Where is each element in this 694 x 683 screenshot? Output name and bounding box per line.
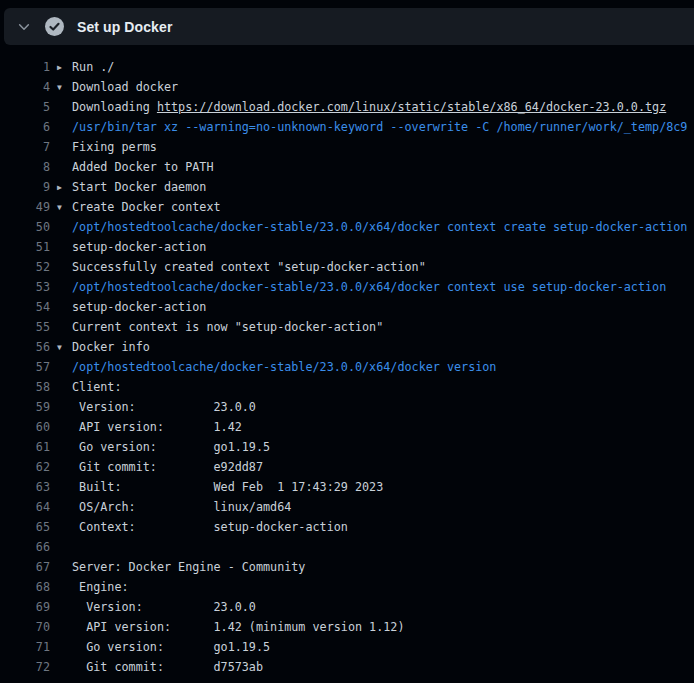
- log-row: 5Downloading https://download.docker.com…: [0, 97, 694, 117]
- line-number[interactable]: 1: [0, 57, 50, 77]
- chevron-down-icon[interactable]: ▼: [57, 78, 62, 97]
- log-row: 53/opt/hostedtoolcache/docker-stable/23.…: [0, 277, 694, 297]
- log-text: Successfully created context "setup-dock…: [72, 257, 426, 277]
- gutter: [50, 537, 72, 557]
- line-number[interactable]: 71: [0, 637, 50, 657]
- line-number[interactable]: 54: [0, 297, 50, 317]
- log-group-toggle[interactable]: 49▼Create Docker context: [0, 197, 694, 217]
- gutter: ▶: [50, 177, 72, 197]
- log-group-toggle[interactable]: 56▼Docker info: [0, 337, 694, 357]
- gutter: [50, 557, 72, 577]
- step-header[interactable]: Set up Docker: [4, 8, 694, 45]
- log-row: 60 API version: 1.42: [0, 417, 694, 437]
- log-row: 50/opt/hostedtoolcache/docker-stable/23.…: [0, 217, 694, 237]
- gutter: [50, 597, 72, 617]
- gutter: ▼: [50, 197, 72, 217]
- line-number[interactable]: 52: [0, 257, 50, 277]
- log-command: /usr/bin/tar xz --warning=no-unknown-key…: [72, 117, 687, 137]
- log-row: 61 Go version: go1.19.5: [0, 437, 694, 457]
- group-label: Start Docker daemon: [72, 177, 206, 197]
- log-group-toggle[interactable]: 4▼Download docker: [0, 77, 694, 97]
- line-number[interactable]: 49: [0, 197, 50, 217]
- log-row: 8Added Docker to PATH: [0, 157, 694, 177]
- log-text: Git commit: e92dd87: [72, 457, 263, 477]
- step-header-wrap: Set up Docker: [0, 0, 694, 45]
- line-number[interactable]: 56: [0, 337, 50, 357]
- gutter: [50, 497, 72, 517]
- line-number[interactable]: 9: [0, 177, 50, 197]
- line-number[interactable]: 61: [0, 437, 50, 457]
- line-number[interactable]: 4: [0, 77, 50, 97]
- group-label: Docker info: [72, 337, 150, 357]
- line-number[interactable]: 68: [0, 577, 50, 597]
- log-text: API version: 1.42 (minimum version 1.12): [72, 617, 404, 637]
- gutter: [50, 457, 72, 477]
- gutter: [50, 617, 72, 637]
- log-container: 1▶Run ./4▼Download docker5Downloading ht…: [0, 45, 694, 677]
- log-row: 54setup-docker-action: [0, 297, 694, 317]
- gutter: [50, 357, 72, 377]
- line-number[interactable]: 72: [0, 657, 50, 677]
- chevron-right-icon[interactable]: ▶: [57, 178, 62, 197]
- chevron-down-icon[interactable]: ▼: [57, 198, 62, 217]
- log-row: 7Fixing perms: [0, 137, 694, 157]
- line-number[interactable]: 58: [0, 377, 50, 397]
- log-row: 58Client:: [0, 377, 694, 397]
- log-row: 64 OS/Arch: linux/amd64: [0, 497, 694, 517]
- line-number[interactable]: 67: [0, 557, 50, 577]
- log-text: setup-docker-action: [72, 297, 206, 317]
- gutter: [50, 257, 72, 277]
- line-number[interactable]: 65: [0, 517, 50, 537]
- line-number[interactable]: 59: [0, 397, 50, 417]
- line-number[interactable]: 64: [0, 497, 50, 517]
- gutter: [50, 237, 72, 257]
- line-number[interactable]: 8: [0, 157, 50, 177]
- log-row: 62 Git commit: e92dd87: [0, 457, 694, 477]
- log-text: Git commit: d7573ab: [72, 657, 263, 677]
- line-number[interactable]: 51: [0, 237, 50, 257]
- gutter: ▼: [50, 77, 72, 97]
- log-row: 71 Go version: go1.19.5: [0, 637, 694, 657]
- gutter: [50, 377, 72, 397]
- line-number[interactable]: 69: [0, 597, 50, 617]
- gutter: [50, 637, 72, 657]
- chevron-down-icon[interactable]: [17, 20, 31, 34]
- chevron-right-icon[interactable]: ▶: [57, 58, 62, 77]
- log-text-segment: Downloading: [72, 100, 157, 114]
- log-text: Downloading https://download.docker.com/…: [72, 97, 666, 117]
- gutter: ▼: [50, 337, 72, 357]
- log-row: 66: [0, 537, 694, 557]
- line-number[interactable]: 55: [0, 317, 50, 337]
- line-number[interactable]: 66: [0, 537, 50, 557]
- line-number[interactable]: 62: [0, 457, 50, 477]
- line-number[interactable]: 7: [0, 137, 50, 157]
- group-label: Create Docker context: [72, 197, 221, 217]
- chevron-down-icon[interactable]: ▼: [57, 338, 62, 357]
- log-group-toggle[interactable]: 1▶Run ./: [0, 57, 694, 77]
- line-number[interactable]: 6: [0, 117, 50, 137]
- log-text: Fixing perms: [72, 137, 157, 157]
- gutter: [50, 517, 72, 537]
- gutter: [50, 217, 72, 237]
- line-number[interactable]: 50: [0, 217, 50, 237]
- log-text: API version: 1.42: [72, 417, 242, 437]
- log-link[interactable]: https://download.docker.com/linux/static…: [157, 100, 666, 114]
- gutter: [50, 657, 72, 677]
- log-text: Added Docker to PATH: [72, 157, 213, 177]
- gutter: [50, 277, 72, 297]
- line-number[interactable]: 57: [0, 357, 50, 377]
- log-row: 6/usr/bin/tar xz --warning=no-unknown-ke…: [0, 117, 694, 137]
- log-row: 70 API version: 1.42 (minimum version 1.…: [0, 617, 694, 637]
- check-circle-icon: [45, 17, 64, 36]
- line-number[interactable]: 63: [0, 477, 50, 497]
- log-text: setup-docker-action: [72, 237, 206, 257]
- gutter: [50, 97, 72, 117]
- log-group-toggle[interactable]: 9▶Start Docker daemon: [0, 177, 694, 197]
- line-number[interactable]: 5: [0, 97, 50, 117]
- log-row: 65 Context: setup-docker-action: [0, 517, 694, 537]
- line-number[interactable]: 60: [0, 417, 50, 437]
- line-number[interactable]: 53: [0, 277, 50, 297]
- line-number[interactable]: 70: [0, 617, 50, 637]
- log-row: 67Server: Docker Engine - Community: [0, 557, 694, 577]
- log-row: 52Successfully created context "setup-do…: [0, 257, 694, 277]
